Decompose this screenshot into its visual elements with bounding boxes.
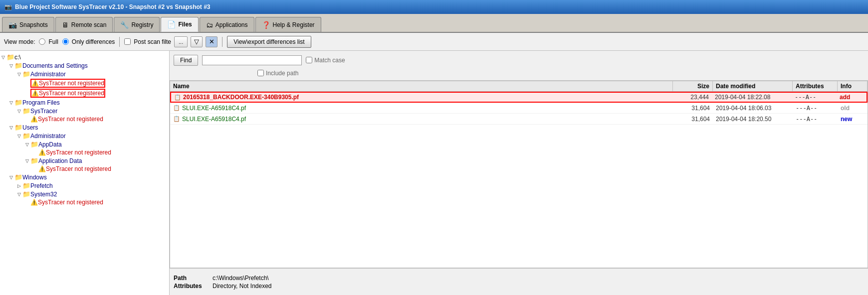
tree-item-admin2[interactable]: ▽📁Administrator	[0, 132, 169, 140]
tab-label-help: Help & Register	[273, 21, 315, 28]
tab-icon-remote-scan: 🖥	[62, 21, 69, 29]
tab-remote-scan[interactable]: 🖥Remote scan	[55, 17, 113, 32]
expand-icon-appdata[interactable]: ▽	[24, 142, 30, 148]
tab-registry[interactable]: 🔧Registry	[114, 17, 160, 32]
tab-icon-help: ❓	[262, 21, 270, 29]
folder-icon-c-root: 📁	[6, 53, 14, 61]
tab-label-remote-scan: Remote scan	[71, 21, 107, 28]
expand-icon-users[interactable]: ▽	[8, 125, 14, 131]
warn-icon-warn3: ⚠️	[30, 116, 38, 123]
expand-icon-appdata2[interactable]: ▽	[24, 158, 30, 164]
expand-icon-docs-settings[interactable]: ▽	[8, 63, 14, 69]
tree-item-c-root[interactable]: ▽📁c:\	[0, 53, 169, 61]
file-row-2[interactable]: 📋 SLUI.EXE-A65918C4.pf 31,604 2019-04-04…	[170, 114, 868, 125]
only-diff-radio[interactable]	[62, 38, 69, 45]
tree-item-appdata[interactable]: ▽📁AppData	[0, 140, 169, 148]
status-row-attrs: Attributes Directory, Not Indexed	[174, 283, 864, 290]
match-case-label[interactable]: Match case	[306, 57, 345, 64]
include-path-label[interactable]: Include path	[257, 70, 298, 77]
tab-snapshots[interactable]: 📷Snapshots	[2, 17, 54, 32]
tree-item-warn5[interactable]: ⚠️SysTracer not registered	[0, 165, 169, 173]
tree-label-appdata2: Application Data	[38, 157, 82, 164]
expand-icon-warn6	[24, 199, 30, 205]
tree-item-warn6[interactable]: ⚠️SysTracer not registered	[0, 198, 169, 206]
expand-icon-prefetch[interactable]: ▷	[16, 183, 22, 189]
tree-item-warn1[interactable]: ⚠️SysTracer not registered	[0, 78, 169, 88]
tree-item-program-files[interactable]: ▽📁Program Files	[0, 98, 169, 107]
file-col-date-2: 2019-04-04 18:20.50	[713, 115, 793, 124]
tree-label-appdata: AppData	[38, 141, 62, 148]
folder-icon-admin1: 📁	[22, 70, 30, 78]
tab-icon-snapshots: 📷	[8, 21, 17, 29]
expand-icon-system32[interactable]: ▽	[16, 191, 22, 197]
attributes-value: Directory, Not Indexed	[213, 283, 272, 290]
file-col-name-2: 📋 SLUI.EXE-A65918C4.pf	[170, 115, 673, 124]
expand-icon-warn5	[32, 166, 38, 172]
file-row-1[interactable]: 📋 SLUI.EXE-A65918C4.pf 31,604 2019-04-04…	[170, 103, 868, 114]
match-case-checkbox[interactable]	[306, 57, 312, 63]
file-col-size-2: 31,604	[673, 115, 713, 124]
tree-label-users: Users	[22, 124, 38, 131]
view-export-button[interactable]: View\export differences list	[227, 36, 311, 48]
search-input[interactable]	[202, 55, 302, 65]
folder-icon-windows: 📁	[14, 173, 22, 181]
title-text: Blue Project Software SysTracer v2.10 - …	[15, 3, 211, 10]
file-name-2: SLUI.EXE-A65918C4.pf	[182, 116, 246, 123]
file-list-header: Name Size Date modified Attributes Info	[170, 81, 868, 92]
tree-item-warn4[interactable]: ⚠️SysTracer not registered	[0, 148, 169, 156]
tree-item-warn2[interactable]: ⚠️SysTracer not registered	[0, 88, 169, 98]
tree-item-system32[interactable]: ▽📁System32	[0, 190, 169, 198]
tab-label-snapshots: Snapshots	[19, 21, 48, 28]
folder-icon-program-files: 📁	[14, 99, 22, 106]
filter-button[interactable]: ▽	[191, 36, 203, 47]
full-radio[interactable]	[39, 38, 45, 45]
find-button[interactable]: Find	[174, 55, 198, 66]
expand-icon-admin1[interactable]: ▽	[16, 71, 22, 77]
include-path-checkbox[interactable]	[257, 70, 264, 76]
match-case-text: Match case	[314, 57, 345, 64]
full-label: Full	[48, 38, 58, 45]
tree-item-docs-settings[interactable]: ▽📁Documents and Settings	[0, 61, 169, 70]
full-radio-label[interactable]: Full	[38, 38, 58, 45]
view-mode-label: View mode:	[4, 38, 35, 45]
expand-icon-windows[interactable]: ▽	[8, 174, 14, 180]
expand-icon-systracer[interactable]: ▽	[16, 108, 22, 114]
tree-label-system32: System32	[30, 191, 57, 198]
tab-files[interactable]: 📄Files	[161, 17, 198, 32]
only-diff-radio-label[interactable]: Only differences	[61, 38, 115, 45]
file-col-attr-2: ---A--	[793, 115, 838, 124]
tree-item-windows[interactable]: ▽📁Windows	[0, 173, 169, 181]
main-content: ▽📁c:\▽📁Documents and Settings▽📁Administr…	[0, 51, 868, 295]
file-col-attr-1: ---A--	[793, 104, 838, 113]
tree-item-warn3[interactable]: ⚠️SysTracer not registered	[0, 115, 169, 123]
expand-icon-admin2[interactable]: ▽	[16, 133, 22, 139]
col-header-date: Date modified	[713, 81, 793, 91]
file-col-attr-0: ---A--	[792, 93, 837, 102]
tree-item-prefetch[interactable]: ▷📁Prefetch	[0, 181, 169, 190]
sep1	[119, 37, 120, 47]
post-scan-checkbox[interactable]	[124, 38, 131, 45]
tab-applications[interactable]: 🗂Applications	[200, 17, 254, 32]
expand-icon-warn1	[24, 80, 30, 86]
toolbar: View mode: Full Only differences Post sc…	[0, 33, 868, 51]
tree-label-warn4: SysTracer not registered	[46, 149, 111, 156]
tree-panel: ▽📁c:\▽📁Documents and Settings▽📁Administr…	[0, 51, 170, 295]
expand-icon-warn3	[24, 116, 30, 122]
tree-label-warn5: SysTracer not registered	[46, 165, 111, 172]
tab-help[interactable]: ❓Help & Register	[255, 17, 321, 32]
file-row-0[interactable]: 📋 20165318_BACKDOOR.EXE-340B9305.pf 23,4…	[170, 92, 868, 103]
file-icon-0: 📋	[174, 94, 181, 101]
tree-item-admin1[interactable]: ▽📁Administrator	[0, 70, 169, 78]
expand-icon-program-files[interactable]: ▽	[8, 100, 14, 106]
post-scan-label: Post scan filte	[134, 38, 171, 45]
ellipsis-button[interactable]: ...	[174, 36, 188, 47]
tree-item-users[interactable]: ▽📁Users	[0, 123, 169, 132]
tree-item-systracer[interactable]: ▽📁SysTracer	[0, 107, 169, 115]
title-bar: 📷 Blue Project Software SysTracer v2.10 …	[0, 0, 868, 14]
folder-icon-docs-settings: 📁	[14, 62, 22, 69]
expand-icon-c-root[interactable]: ▽	[0, 54, 6, 60]
tab-icon-registry: 🔧	[120, 21, 129, 29]
tree-item-appdata2[interactable]: ▽📁Application Data	[0, 156, 169, 165]
clear-filter-button[interactable]: ✕	[206, 36, 217, 47]
right-panel: Find Match case Include path Name Size	[170, 51, 868, 295]
